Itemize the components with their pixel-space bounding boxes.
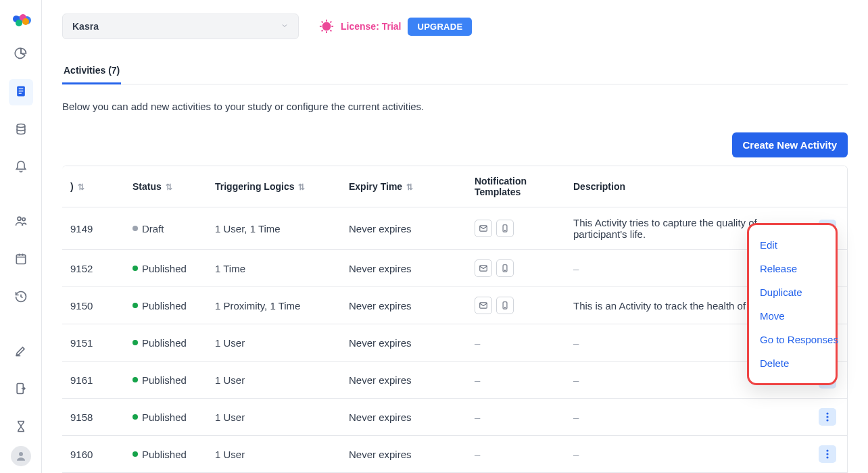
empty-value: – — [475, 449, 480, 460]
mobile-icon[interactable] — [496, 259, 514, 277]
status-label: Published — [142, 374, 187, 386]
cell-notification: – — [466, 324, 565, 362]
column-header-id[interactable]: )⇅ — [62, 166, 124, 207]
cell-status: Published — [124, 399, 207, 436]
nav-calendar[interactable] — [0, 247, 42, 272]
cell-id: 9152 — [62, 250, 124, 287]
nav-dashboard[interactable] — [0, 42, 42, 66]
cell-triggering: 1 User — [207, 324, 341, 362]
email-icon[interactable] — [475, 259, 492, 277]
mobile-icon[interactable] — [496, 297, 514, 314]
svg-point-15 — [19, 452, 23, 456]
column-header-notification: Notification Templates — [466, 166, 565, 207]
study-selector[interactable]: Kasra — [62, 14, 299, 39]
nav-notifications[interactable] — [0, 155, 42, 180]
menu-item-delete[interactable]: Delete — [749, 351, 836, 375]
row-actions-button[interactable] — [819, 408, 836, 426]
cell-expiry: Never expires — [341, 324, 466, 362]
cell-notification — [466, 287, 565, 324]
menu-item-responses[interactable]: Go to Responses — [749, 328, 836, 351]
mobile-icon[interactable] — [496, 220, 514, 237]
svg-point-53 — [826, 453, 828, 455]
menu-item-duplicate[interactable]: Duplicate — [749, 280, 836, 304]
tab-activities[interactable]: Activities (7) — [62, 58, 121, 84]
svg-point-9 — [18, 217, 21, 220]
cell-triggering: 1 User — [207, 436, 341, 473]
nav-help[interactable] — [0, 469, 42, 473]
cell-status: Published — [124, 250, 207, 287]
nav-edit[interactable] — [0, 339, 42, 364]
nav-database[interactable] — [0, 118, 42, 142]
cell-description: – — [565, 436, 811, 473]
cell-expiry: Never expires — [341, 399, 466, 436]
app-logo-icon — [11, 12, 31, 28]
column-header-triggering[interactable]: Triggering Logics⇅ — [207, 166, 341, 207]
svg-point-50 — [826, 416, 828, 418]
cell-id: 9150 — [62, 287, 124, 324]
status-label: Published — [142, 449, 187, 460]
svg-point-52 — [826, 449, 828, 451]
cell-expiry: Never expires — [341, 436, 466, 473]
status-label: Published — [142, 263, 187, 274]
row-context-menu: Edit Release Duplicate Move Go to Respon… — [747, 223, 838, 385]
status-dot-icon — [132, 340, 138, 345]
cell-triggering: 1 Time — [207, 250, 341, 287]
cell-id: 9161 — [62, 362, 124, 399]
svg-point-27 — [504, 230, 505, 231]
sort-icon: ⇅ — [298, 182, 305, 192]
cell-triggering: 1 User, 1 Time — [207, 207, 341, 250]
column-header-expiry[interactable]: Expiry Time⇅ — [341, 166, 466, 207]
cell-status: Published — [124, 362, 207, 399]
cell-status: Published — [124, 436, 207, 473]
nav-history[interactable] — [0, 285, 42, 309]
page-description: Below you can add new activities to your… — [62, 101, 848, 112]
nav-participants[interactable] — [0, 209, 42, 234]
empty-value: – — [475, 337, 480, 349]
column-header-status[interactable]: Status⇅ — [124, 166, 207, 207]
nav-activities[interactable] — [0, 80, 42, 104]
license-text: License: Trial — [341, 21, 401, 32]
cell-notification — [466, 250, 565, 287]
svg-rect-7 — [18, 93, 21, 93]
svg-point-2 — [22, 18, 29, 25]
cell-expiry: Never expires — [341, 207, 466, 250]
cell-notification — [466, 207, 565, 250]
svg-point-8 — [17, 124, 25, 127]
sort-icon: ⇅ — [406, 182, 413, 192]
table-row: 9150Published1 Proximity, 1 TimeNever ex… — [62, 287, 847, 324]
svg-point-51 — [826, 419, 828, 421]
nav-export[interactable] — [0, 377, 42, 401]
cell-notification: – — [466, 362, 565, 399]
upgrade-button[interactable]: UPGRADE — [408, 18, 472, 36]
nav-hourglass[interactable] — [0, 415, 42, 439]
cell-status: Published — [124, 287, 207, 324]
activities-table: )⇅ Status⇅ Triggering Logics⇅ Expiry Tim… — [62, 166, 848, 473]
cell-id: 9151 — [62, 324, 124, 362]
cell-status: Draft — [124, 207, 207, 250]
svg-rect-5 — [18, 88, 23, 89]
row-actions-button[interactable] — [819, 445, 836, 463]
cell-status: Published — [124, 324, 207, 362]
email-icon[interactable] — [475, 297, 492, 314]
email-icon[interactable] — [475, 220, 492, 237]
menu-item-release[interactable]: Release — [749, 257, 836, 280]
status-label: Published — [142, 412, 187, 423]
menu-item-edit[interactable]: Edit — [749, 233, 836, 257]
column-header-description: Description — [565, 166, 811, 207]
sort-icon: ⇅ — [78, 182, 85, 192]
status-dot-icon — [132, 377, 138, 382]
cell-actions — [811, 399, 847, 436]
svg-point-54 — [826, 456, 828, 458]
table-row: 9158Published1 UserNever expires–– — [62, 399, 847, 436]
license-badge: License: Trial UPGRADE — [319, 18, 472, 36]
avatar[interactable] — [11, 446, 31, 466]
status-label: Published — [142, 300, 187, 312]
cell-triggering: 1 Proximity, 1 Time — [207, 287, 341, 324]
svg-rect-6 — [18, 91, 23, 91]
table-row: 9161Published1 UserNever expires–– — [62, 362, 847, 399]
cell-notification: – — [466, 436, 565, 473]
create-activity-button[interactable]: Create New Activity — [732, 132, 848, 157]
menu-item-move[interactable]: Move — [749, 304, 836, 328]
study-selector-label: Kasra — [72, 21, 99, 32]
status-dot-icon — [132, 266, 138, 271]
